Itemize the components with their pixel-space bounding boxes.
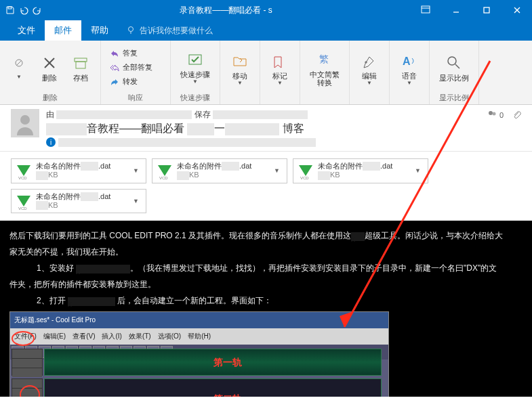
- svg-point-18: [448, 57, 456, 65]
- tell-me-label: 告诉我你想要做什么: [140, 25, 213, 37]
- video-file-icon: VCD: [158, 162, 171, 179]
- redo-icon[interactable]: [33, 5, 42, 15]
- delete-label: 删除: [42, 74, 57, 82]
- reply-button[interactable]: 答复: [106, 47, 155, 60]
- zoom-label: 显示比例: [439, 74, 469, 82]
- voice-button[interactable]: A 语音 ▼: [395, 49, 424, 89]
- message-subject: x音教程——翻唱必看 x一x 博客: [46, 122, 521, 136]
- svg-point-22: [492, 112, 495, 115]
- avatar: [11, 109, 39, 137]
- maximize-icon[interactable]: [471, 0, 502, 20]
- embedded-screenshot: 无标题.ses* - Cool Edit Pro 文件(F)编辑(E)查看(V)…: [9, 311, 389, 397]
- saved-label: 保存: [195, 110, 211, 119]
- svg-text:繁: 繁: [319, 53, 329, 64]
- zoom-button[interactable]: 显示比例: [435, 51, 473, 85]
- move-button[interactable]: 移动 ▼: [226, 49, 254, 89]
- edit-label: 编辑: [362, 72, 377, 80]
- svg-line-19: [455, 64, 459, 68]
- from-label: 由: [46, 110, 54, 119]
- svg-rect-0: [8, 7, 12, 9]
- message-to: i x: [46, 137, 521, 147]
- chevron-down-icon: ▼: [277, 80, 283, 86]
- svg-point-7: [129, 27, 134, 32]
- reply-all-button[interactable]: 全部答复: [106, 61, 155, 74]
- message-body: 然后下载我们要用到的工具 COOL EDIT PRO 2.1 及其插件。现在很多…: [0, 221, 532, 397]
- people-count: 0: [499, 111, 504, 119]
- ribbon-toggle-icon[interactable]: [410, 0, 441, 20]
- tab-file[interactable]: 文件: [8, 20, 45, 41]
- svg-point-21: [489, 111, 493, 115]
- message-header: 由 x 保存 x 0 x音教程——翻唱必看 x一x 博客 i x: [0, 105, 532, 152]
- attachment-item[interactable]: VCD 未命名的附件x.datxKB ▼: [152, 158, 287, 183]
- save-icon[interactable]: [5, 5, 15, 15]
- cooledit-track-controls: [12, 349, 43, 376]
- body-text: 然后下载我们要用到的工具 COOL EDIT PRO 2.1 及其插件。现在很多…: [9, 229, 523, 242]
- group-quicksteps-label: 快速步骤: [176, 91, 214, 103]
- video-file-icon: VCD: [17, 193, 30, 209]
- undo-icon[interactable]: [19, 5, 28, 15]
- attachment-item[interactable]: VCD 未命名的附件x.datxKB ▼: [293, 158, 428, 183]
- reply-icon: [109, 48, 120, 59]
- chevron-down-icon: ▼: [192, 79, 198, 85]
- reply-all-icon: [109, 62, 120, 73]
- chevron-down-icon[interactable]: ▼: [131, 166, 140, 175]
- svg-rect-4: [484, 7, 489, 13]
- window-titlebar: 录音教程——翻唱必看 - s: [0, 0, 532, 20]
- chevron-down-icon: ▼: [367, 80, 372, 86]
- move-label: 移动: [232, 72, 247, 80]
- group-move-label: [226, 93, 254, 103]
- archive-label: 存档: [73, 74, 88, 82]
- quick-steps-button[interactable]: 快速步骤 ▼: [176, 47, 214, 87]
- ribbon: ▼ 删除 存档 删除 答复 全部答复 转发 响应: [0, 41, 532, 105]
- svg-line-10: [16, 60, 22, 66]
- minimize-icon[interactable]: [441, 0, 471, 20]
- archive-button[interactable]: 存档: [66, 51, 95, 85]
- forward-button[interactable]: 转发: [106, 75, 155, 89]
- edit-button[interactable]: 编辑 ▼: [355, 49, 384, 89]
- tab-help[interactable]: 帮助: [81, 20, 118, 41]
- chevron-down-icon[interactable]: ▼: [131, 196, 140, 206]
- attachment-item[interactable]: VCD 未命名的附件x.datxKB ▼: [11, 158, 146, 183]
- attachment-item[interactable]: VCD 未命名的附件x.datxKB ▼: [11, 189, 146, 214]
- chevron-down-icon: ▼: [16, 74, 22, 80]
- track-2-label: 第二轨: [213, 392, 242, 397]
- close-icon[interactable]: [502, 0, 532, 20]
- attachments-panel: VCD 未命名的附件x.datxKB ▼ VCD 未命名的附件x.datxKB …: [0, 152, 532, 221]
- svg-text:A: A: [403, 56, 411, 67]
- tab-mail[interactable]: 邮件: [45, 20, 81, 41]
- chevron-down-icon[interactable]: ▼: [413, 166, 422, 175]
- chevron-down-icon: ▼: [407, 80, 412, 86]
- track-1-label: 第一轨: [213, 355, 242, 369]
- cooledit-track: [44, 349, 382, 376]
- info-icon[interactable]: i: [46, 137, 56, 147]
- svg-rect-14: [76, 62, 85, 68]
- svg-rect-1: [422, 6, 430, 13]
- lightbulb-icon: [126, 25, 136, 37]
- chevron-down-icon[interactable]: ▼: [272, 166, 281, 175]
- window-title: 录音教程——翻唱必看 - s: [42, 5, 410, 16]
- convert-button[interactable]: 繁 中文简繁 转换: [306, 47, 344, 89]
- body-text: 家无关的不提，我们现在开始。: [9, 245, 523, 259]
- junk-button[interactable]: ▼: [5, 52, 33, 83]
- delete-button[interactable]: 删除: [35, 51, 64, 85]
- group-delete-label: 删除: [5, 91, 95, 103]
- cooledit-track: [44, 378, 382, 397]
- chevron-down-icon: ▼: [237, 80, 243, 86]
- cooledit-menu: 文件(F)编辑(E)查看(V)插入(I)效果(T)选项(O)帮助(H): [10, 328, 388, 345]
- svg-point-20: [20, 115, 30, 125]
- forward-icon: [109, 76, 120, 87]
- group-zoom-label: 显示比例: [435, 91, 473, 103]
- tell-me-search[interactable]: 告诉我你想要做什么: [118, 21, 221, 41]
- people-icon: [487, 110, 497, 120]
- body-text: 1、安装好 x。（我在博里发过下载地址，找找），再把插件安装到安装目录下的子目录…: [37, 261, 523, 275]
- video-file-icon: VCD: [17, 162, 30, 179]
- cooledit-title: 无标题.ses* - Cool Edit Pro: [10, 312, 388, 328]
- tag-button[interactable]: 标记 ▼: [266, 49, 294, 89]
- convert-label: 中文简繁 转换: [310, 70, 340, 87]
- attachment-icon: [512, 110, 521, 120]
- menubar: 文件 邮件 帮助 告诉我你想要做什么: [0, 20, 532, 41]
- body-text: 件夹，把所有的插件都安装释放到这里。: [9, 278, 523, 291]
- tag-label: 标记: [272, 72, 287, 80]
- svg-rect-13: [75, 58, 87, 62]
- video-file-icon: VCD: [299, 162, 312, 179]
